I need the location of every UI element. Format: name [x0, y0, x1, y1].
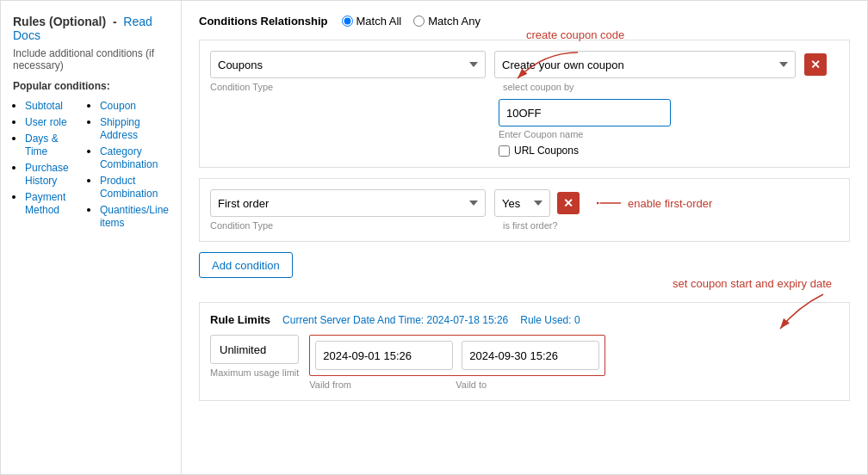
match-any-text: Match Any: [428, 15, 480, 28]
conditions-relationship-label: Conditions Relationship: [199, 15, 328, 28]
condition-type-label-2: Condition Type: [210, 220, 486, 231]
condition-type-label-1: Condition Type: [210, 82, 486, 92]
url-coupons-checkbox[interactable]: [499, 145, 510, 157]
first-order-right: Yes No ✕: [494, 189, 580, 217]
coupon-name-input[interactable]: [499, 99, 671, 126]
match-any-radio[interactable]: [413, 15, 425, 27]
sidebar-item-category-combination[interactable]: Category Combination: [100, 145, 158, 170]
coupon-select[interactable]: Create your own coupon: [494, 51, 796, 78]
rule-limits: Rule Limits Current Server Date And Time…: [199, 302, 850, 401]
is-first-order-label: is first order?: [503, 220, 778, 231]
enable-first-order-arrow: [597, 194, 623, 212]
enable-first-order-annotation: enable first-order: [597, 194, 712, 212]
match-all-text: Match All: [356, 15, 402, 28]
conditions-col-2: Coupon Shipping Address Category Combina…: [88, 99, 169, 232]
valid-to-label: Vaild to: [456, 379, 593, 390]
sidebar-subtitle: Include additional conditions (if necess…: [13, 47, 169, 71]
max-usage-label: Maximum usage limit: [210, 367, 299, 378]
add-condition-button[interactable]: Add condition: [199, 252, 293, 278]
sidebar: Rules (Optional) - Read Docs Include add…: [1, 1, 182, 474]
popular-conditions-label: Popular conditions:: [13, 80, 169, 92]
sidebar-title: Rules (Optional) - Read Docs: [13, 15, 169, 42]
condition-type-select-2[interactable]: First order: [210, 189, 486, 217]
main-content: Conditions Relationship Match All Match …: [182, 1, 867, 474]
url-coupons-label: URL Coupons: [514, 145, 579, 157]
sidebar-item-subtotal[interactable]: Subtotal: [25, 100, 63, 112]
conditions-relationship: Conditions Relationship Match All Match …: [199, 15, 850, 28]
remove-condition-2-button[interactable]: ✕: [557, 192, 580, 214]
rule-limits-title: Rule Limits: [210, 313, 270, 326]
rule-limits-server-date: Current Server Date And Time: 2024-07-18…: [282, 314, 508, 326]
sidebar-item-user-role[interactable]: User role: [25, 116, 67, 128]
sidebar-item-quantities[interactable]: Quantities/Line items: [100, 204, 169, 229]
conditions-col-1: Subtotal User role Days & Time Purchase …: [13, 99, 81, 219]
valid-from-input[interactable]: [315, 341, 453, 370]
select-coupon-label: select coupon by: [503, 82, 778, 92]
match-all-label[interactable]: Match All: [342, 15, 402, 28]
radio-group: Match All Match Any: [342, 15, 480, 28]
unlimited-box: Unlimited: [210, 335, 299, 364]
valid-from-label: Vaild from: [309, 379, 447, 390]
sidebar-item-days-time[interactable]: Days & Time: [25, 133, 59, 157]
rule-used-value: 0: [574, 314, 580, 326]
date-annotation-arrow: [763, 290, 832, 333]
condition-row-coupons: Coupons Create your own coupon ✕ Conditi…: [199, 40, 850, 168]
sidebar-item-payment-method[interactable]: Payment Method: [25, 191, 65, 216]
rule-limits-body: Unlimited Maximum usage limit: [210, 335, 839, 390]
unlimited-value: Unlimited: [220, 343, 266, 356]
coupon-name-label: Enter Coupon name: [499, 129, 839, 139]
rule-limits-rule-used: Rule Used: 0: [520, 314, 580, 326]
sidebar-item-product-combination[interactable]: Product Combination: [100, 175, 158, 200]
first-order-yes-select[interactable]: Yes No: [494, 189, 550, 217]
server-date-value: 2024-07-18 15:26: [427, 314, 509, 326]
condition-row-first-order: First order Yes No ✕: [199, 178, 850, 242]
match-all-radio[interactable]: [342, 15, 353, 27]
url-coupons-row: URL Coupons: [499, 145, 839, 157]
condition-type-select-1[interactable]: Coupons: [210, 51, 486, 78]
sidebar-item-shipping-address[interactable]: Shipping Address: [100, 116, 140, 141]
max-usage-col: Unlimited Maximum usage limit: [210, 335, 299, 378]
create-coupon-annotation: create coupon code: [526, 28, 624, 41]
sidebar-item-purchase-history[interactable]: Purchase History: [25, 162, 69, 187]
date-range-group: [309, 335, 605, 376]
valid-to-input[interactable]: [462, 341, 599, 370]
sidebar-item-coupon[interactable]: Coupon: [100, 100, 136, 112]
remove-condition-1-button[interactable]: ✕: [804, 53, 827, 76]
match-any-label[interactable]: Match Any: [413, 15, 480, 28]
